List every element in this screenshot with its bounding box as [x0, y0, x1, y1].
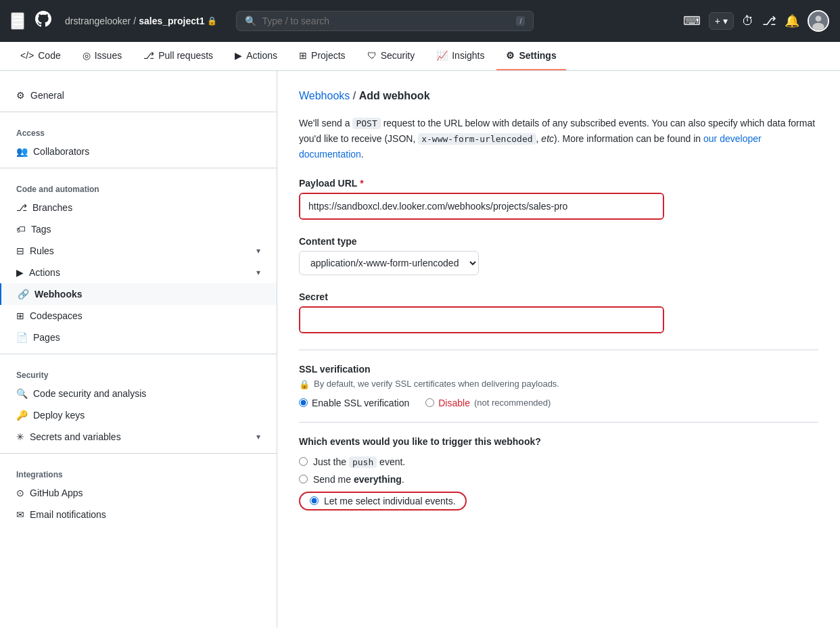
repo-link[interactable]: sales_project1 — [139, 16, 204, 26]
lock-icon: 🔒 — [207, 16, 217, 26]
sidebar-item-tags[interactable]: 🏷 Tags — [0, 218, 277, 240]
sidebar-divider-3 — [0, 354, 277, 354]
content-type-label: Content type — [299, 236, 818, 247]
security-section-label: Security — [16, 371, 260, 380]
send-everything-option[interactable]: Send me everything. — [299, 474, 818, 485]
actions-icon: ▶ — [16, 267, 24, 278]
github-apps-label: GitHub Apps — [30, 488, 83, 498]
tab-issues[interactable]: ◎ Issues — [73, 42, 131, 70]
breadcrumb-separator: / — [353, 90, 359, 101]
pull-request-icon-button[interactable]: ⎇ — [762, 14, 776, 28]
search-kbd: / — [516, 16, 525, 26]
issues-tab-icon: ◎ — [83, 50, 91, 61]
tab-pull-requests[interactable]: ⎇ Pull requests — [134, 42, 223, 70]
deploy-keys-icon: 🔑 — [16, 410, 28, 421]
just-push-option[interactable]: Just the push event. — [299, 456, 818, 467]
svg-point-2 — [812, 23, 824, 31]
sidebar-item-github-apps[interactable]: ⊙ GitHub Apps — [0, 482, 277, 504]
let-me-select-radio[interactable] — [310, 496, 319, 505]
repo-breadcrumb: drstrangelooker / sales_project1 🔒 — [65, 16, 217, 26]
enable-ssl-option[interactable]: Enable SSL verification — [299, 398, 409, 408]
actions-label: Actions — [29, 267, 60, 278]
payload-url-section: Payload URL * — [299, 178, 818, 220]
payload-url-input-wrap — [299, 193, 664, 220]
sidebar-item-general[interactable]: ⚙ General — [0, 85, 277, 106]
timer-icon-button[interactable]: ⏱ — [742, 14, 754, 28]
sidebar-item-email-notifications[interactable]: ✉ Email notifications — [0, 504, 277, 525]
disable-ssl-radio[interactable] — [425, 398, 434, 407]
breadcrumb-webhooks-link[interactable]: Webhooks — [299, 90, 350, 101]
breadcrumb-current: Add webhook — [359, 90, 430, 101]
sidebar-section-code-automation: Code and automation — [0, 174, 277, 197]
section-divider-2 — [299, 422, 818, 423]
tab-insights[interactable]: 📈 Insights — [427, 42, 494, 70]
user-link[interactable]: drstrangelooker — [65, 16, 131, 26]
send-everything-label: Send me everything. — [313, 474, 404, 485]
events-title: Which events would you like to trigger t… — [299, 436, 818, 447]
webhooks-icon: 🔗 — [18, 289, 29, 300]
disable-ssl-option[interactable]: Disable (not recommended) — [425, 398, 551, 408]
sidebar-item-webhooks[interactable]: 🔗 Webhooks — [0, 283, 277, 305]
content-type-select[interactable]: application/x-www-form-urlencoded applic… — [299, 251, 479, 275]
tab-security[interactable]: 🛡 Security — [358, 42, 425, 70]
tab-code[interactable]: </> Code — [11, 42, 70, 70]
secret-input-wrap — [299, 306, 664, 333]
code-tab-icon: </> — [20, 50, 34, 61]
sidebar-item-actions[interactable]: ▶ Actions ▾ — [0, 262, 277, 283]
page-layout: ⚙ General Access 👥 Collaborators Code an… — [0, 71, 840, 627]
send-everything-radio[interactable] — [299, 475, 308, 483]
tab-actions[interactable]: ▶ Actions — [225, 42, 287, 70]
sidebar-item-branches[interactable]: ⎇ Branches — [0, 197, 277, 218]
sidebar-item-collaborators[interactable]: 👥 Collaborators — [0, 141, 277, 162]
sidebar-item-secrets-variables[interactable]: ✳ Secrets and variables ▾ — [0, 426, 277, 448]
ssl-hint: 🔒 By default, we verify SSL certificates… — [299, 379, 818, 389]
tab-projects[interactable]: ⊞ Projects — [289, 42, 355, 70]
terminal-icon-button[interactable]: ⌨ — [683, 14, 701, 28]
ssl-title: SSL verification — [299, 364, 818, 375]
actions-tab-label: Actions — [246, 50, 277, 61]
deploy-keys-label: Deploy keys — [33, 410, 85, 421]
pr-tab-label: Pull requests — [158, 50, 213, 61]
intro-paragraph: We'll send a POST request to the URL bel… — [299, 116, 818, 162]
pr-tab-icon: ⎇ — [143, 50, 154, 61]
settings-tab-label: Settings — [519, 50, 556, 61]
payload-url-input[interactable] — [300, 194, 663, 218]
codespaces-label: Codespaces — [30, 310, 83, 321]
sidebar-item-rules[interactable]: ⊟ Rules ▾ — [0, 240, 277, 262]
search-icon: 🔍 — [245, 16, 256, 26]
just-push-radio[interactable] — [299, 457, 308, 466]
secret-label: Secret — [299, 291, 818, 302]
let-me-select-wrap: Let me select individual events. — [299, 492, 467, 511]
actions-chevron-icon: ▾ — [256, 268, 260, 277]
sidebar-divider-4 — [0, 453, 277, 454]
webhooks-label: Webhooks — [34, 289, 83, 300]
section-divider-1 — [299, 350, 818, 350]
ssl-section: SSL verification 🔒 By default, we verify… — [299, 364, 818, 408]
main-content: Webhooks / Add webhook We'll send a POST… — [277, 71, 840, 627]
rules-icon: ⊟ — [16, 245, 24, 256]
sidebar-item-pages[interactable]: 📄 Pages — [0, 327, 277, 348]
sidebar-item-deploy-keys[interactable]: 🔑 Deploy keys — [0, 404, 277, 426]
required-star: * — [360, 178, 363, 189]
hamburger-menu[interactable]: ☰ — [11, 12, 24, 30]
let-me-select-label: Let me select individual events. — [324, 496, 456, 506]
search-input[interactable] — [262, 16, 511, 26]
avatar[interactable] — [808, 10, 829, 32]
nav-right-controls: ⌨ + ▾ ⏱ ⎇ 🔔 — [683, 10, 829, 32]
let-me-select-option[interactable]: Let me select individual events. — [299, 492, 818, 511]
sidebar-item-code-security[interactable]: 🔍 Code security and analysis — [0, 383, 277, 404]
secrets-chevron-icon: ▾ — [256, 432, 260, 442]
tab-settings[interactable]: ⚙ Settings — [496, 42, 565, 70]
rules-chevron-icon: ▾ — [256, 246, 260, 256]
code-security-icon: 🔍 — [16, 388, 28, 399]
notifications-icon-button[interactable]: 🔔 — [785, 14, 799, 28]
sidebar-divider-1 — [0, 112, 277, 112]
events-section: Which events would you like to trigger t… — [299, 436, 818, 511]
sidebar-item-codespaces[interactable]: ⊞ Codespaces — [0, 305, 277, 327]
search-bar[interactable]: 🔍 / — [236, 11, 534, 31]
tags-label: Tags — [31, 224, 51, 235]
create-new-button[interactable]: + ▾ — [709, 12, 734, 30]
secret-input[interactable] — [300, 308, 663, 332]
enable-ssl-radio[interactable] — [299, 398, 308, 407]
sidebar-section-access: Access — [0, 118, 277, 141]
